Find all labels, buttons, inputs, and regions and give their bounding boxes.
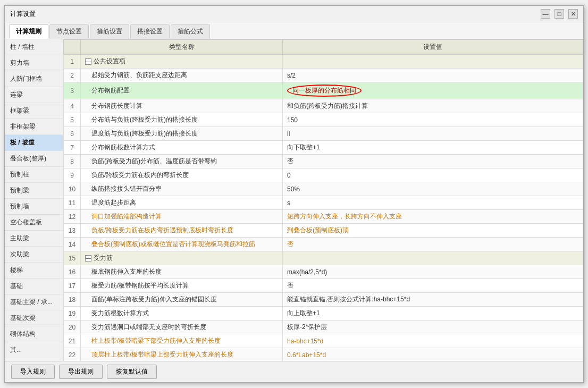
table-row[interactable]: 12洞口加强筋端部构造计算短跨方向伸入支座，长跨方向不伸入支座 bbox=[64, 210, 583, 224]
row-value: 短跨方向伸入支座，长跨方向不伸入支座 bbox=[283, 210, 583, 224]
row-value: ha-bhc+15*d bbox=[283, 334, 583, 348]
sidebar-item-blast-wall[interactable]: 人防门框墙 bbox=[5, 71, 63, 87]
row-name: 温度筋起步距离 bbox=[81, 196, 283, 210]
row-value: 否 bbox=[283, 279, 583, 293]
row-name: —受力筋 bbox=[81, 251, 283, 265]
maximize-button[interactable]: □ bbox=[555, 9, 564, 19]
sidebar-item-main-rib[interactable]: 主助梁 bbox=[5, 231, 63, 247]
row-number: 8 bbox=[64, 155, 81, 168]
table-row[interactable]: 15—受力筋 bbox=[64, 251, 583, 265]
row-value: 到叠合板(预制底板)顶 bbox=[283, 224, 583, 238]
sidebar-item-precast-wall[interactable]: 预制墙 bbox=[5, 199, 63, 215]
bottom-bar: 导入规则 导出规则 恢复默认值 bbox=[5, 361, 583, 382]
sidebar-item-composite-slab[interactable]: 叠合板(整厚) bbox=[5, 151, 63, 167]
table-row[interactable]: 10纵筋搭接接头错开百分率50% bbox=[64, 182, 583, 196]
row-name: 分布钢筋长度计算 bbox=[81, 99, 283, 113]
tab-bar: 计算规则 节点设置 箍筋设置 搭接设置 箍筋公式 bbox=[5, 22, 583, 39]
sidebar-item-foundation[interactable]: 基础 bbox=[5, 279, 63, 294]
sidebar-item-stair[interactable]: 楼梯 bbox=[5, 263, 63, 279]
row-value: 向下取整+1 bbox=[283, 141, 583, 155]
table-row[interactable]: 9负筋/跨板受力筋在板内的弯折长度0 bbox=[64, 168, 583, 182]
row-number: 14 bbox=[64, 238, 81, 251]
settings-table: 类型名称 设置值 1—公共设置项2起始受力钢筋、负筋距支座边距离s/23分布钢筋… bbox=[63, 39, 583, 361]
row-value bbox=[283, 55, 583, 69]
tab-node-settings[interactable]: 节点设置 bbox=[49, 24, 89, 39]
row-name: 负筋/跨板受力筋在板内的弯折长度 bbox=[81, 168, 283, 182]
row-number: 5 bbox=[64, 113, 81, 127]
sidebar-item-frame-beam[interactable]: 框架梁 bbox=[5, 103, 63, 119]
sidebar-item-hollow-slab[interactable]: 空心楼盖板 bbox=[5, 215, 63, 231]
row-value: 否 bbox=[283, 238, 583, 251]
row-value: 和负筋(跨板受力筋)搭接计算 bbox=[283, 99, 583, 113]
sidebar-item-foundation-sec[interactable]: 基础次梁 bbox=[5, 310, 63, 326]
table-row[interactable]: 21柱上板带/板带暗梁下部受力筋伸入支座的长度ha-bhc+15*d bbox=[64, 334, 583, 348]
restore-defaults-button[interactable]: 恢复默认值 bbox=[107, 365, 157, 379]
sidebar-item-sec-rib[interactable]: 次助梁 bbox=[5, 247, 63, 263]
sidebar-item-coupling-beam[interactable]: 连梁 bbox=[5, 87, 63, 103]
main-content: 柱 / 墙柱 剪力墙 人防门框墙 连梁 框架梁 非框架梁 板 / 坡道 叠合板(… bbox=[5, 39, 583, 361]
table-row[interactable]: 8负筋(跨板受力筋)分布筋、温度筋是否带弯钩否 bbox=[64, 155, 583, 168]
tab-stirrup-formula[interactable]: 箍筋公式 bbox=[171, 24, 210, 39]
row-name: 叠合板(预制底板)或板缝位置是否计算现浇板马凳筋和拉筋 bbox=[81, 238, 283, 251]
table-row[interactable]: 14叠合板(预制底板)或板缝位置是否计算现浇板马凳筋和拉筋否 bbox=[64, 238, 583, 251]
import-rules-button[interactable]: 导入规则 bbox=[11, 365, 55, 379]
table-row[interactable]: 2起始受力钢筋、负筋距支座边距离s/2 bbox=[64, 69, 583, 82]
tab-lap-settings[interactable]: 搭接设置 bbox=[130, 24, 170, 39]
window-title: 计算设置 bbox=[10, 10, 36, 19]
sidebar-item-precast-col[interactable]: 预制柱 bbox=[5, 167, 63, 183]
table-row[interactable]: 18面筋(单标注跨板受力筋)伸入支座的锚固长度能直锚就直锚,否则按公式计算:ha… bbox=[64, 293, 583, 307]
table-row[interactable]: 3分布钢筋配置同一板厚的分布筋相同 bbox=[64, 82, 583, 99]
collapse-icon[interactable]: — bbox=[85, 255, 91, 262]
tab-stirrup-settings[interactable]: 箍筋设置 bbox=[90, 24, 129, 39]
row-number: 15 bbox=[64, 251, 81, 265]
sidebar-item-column[interactable]: 柱 / 墙柱 bbox=[5, 39, 63, 55]
export-rules-button[interactable]: 导出规则 bbox=[59, 365, 103, 379]
table-row[interactable]: 17板受力筋/板带钢筋按平均长度计算否 bbox=[64, 279, 583, 293]
minimize-button[interactable]: — bbox=[541, 9, 550, 19]
col-value-header: 设置值 bbox=[283, 40, 583, 55]
sidebar-item-masonry[interactable]: 砌体结构 bbox=[5, 326, 63, 342]
table-row[interactable]: 22顶层柱上板带/板带暗梁上部受力筋伸入支座的长度0.6*Lab+15*d bbox=[64, 348, 583, 361]
table-row[interactable]: 11温度筋起步距离s bbox=[64, 196, 583, 210]
row-name: 面筋(单标注跨板受力筋)伸入支座的锚固长度 bbox=[81, 293, 283, 307]
sidebar-item-other[interactable]: 其... bbox=[5, 342, 63, 358]
row-number: 16 bbox=[64, 265, 81, 279]
row-number: 18 bbox=[64, 293, 81, 307]
row-value: 0.6*Lab+15*d bbox=[283, 348, 583, 361]
window-controls: — □ ✕ bbox=[541, 9, 578, 19]
row-number: 2 bbox=[64, 69, 81, 82]
row-name: 起始受力钢筋、负筋距支座边距离 bbox=[81, 69, 283, 82]
table-row[interactable]: 19受力筋根数计算方式向上取整+1 bbox=[64, 307, 583, 320]
table-container[interactable]: 类型名称 设置值 1—公共设置项2起始受力钢筋、负筋距支座边距离s/23分布钢筋… bbox=[63, 39, 583, 361]
table-row[interactable]: 6温度筋与负筋(跨板受力筋)的搭接长度ll bbox=[64, 127, 583, 141]
close-button[interactable]: ✕ bbox=[568, 9, 578, 19]
sidebar-item-precast-beam[interactable]: 预制梁 bbox=[5, 183, 63, 199]
collapse-icon[interactable]: — bbox=[85, 58, 91, 65]
table-row[interactable]: 13负板/跨板受力筋在板内弯折遇预制底板时弯折长度到叠合板(预制底板)顶 bbox=[64, 224, 583, 238]
row-number: 20 bbox=[64, 320, 81, 334]
sidebar-item-shear-wall[interactable]: 剪力墙 bbox=[5, 55, 63, 71]
table-row[interactable]: 20受力筋遇洞口或端部无支座时的弯折长度板厚-2*保护层 bbox=[64, 320, 583, 334]
row-value: 板厚-2*保护层 bbox=[283, 320, 583, 334]
row-name: 顶层柱上板带/板带暗梁上部受力筋伸入支座的长度 bbox=[81, 348, 283, 361]
col-name-header: 类型名称 bbox=[81, 40, 283, 55]
table-row[interactable]: 4分布钢筋长度计算和负筋(跨板受力筋)搭接计算 bbox=[64, 99, 583, 113]
row-name: 柱上板带/板带暗梁下部受力筋伸入支座的长度 bbox=[81, 334, 283, 348]
sidebar-item-non-frame-beam[interactable]: 非框架梁 bbox=[5, 119, 63, 135]
row-number: 12 bbox=[64, 210, 81, 224]
row-name: 板底钢筋伸入支座的长度 bbox=[81, 265, 283, 279]
row-number: 7 bbox=[64, 141, 81, 155]
sidebar-item-foundation-main[interactable]: 基础主梁 / 承... bbox=[5, 294, 63, 310]
row-value: 能直锚就直锚,否则按公式计算:ha-bhc+15*d bbox=[283, 293, 583, 307]
row-name: 洞口加强筋端部构造计算 bbox=[81, 210, 283, 224]
table-row[interactable]: 7分布钢筋根数计算方式向下取整+1 bbox=[64, 141, 583, 155]
table-row[interactable]: 5分布筋与负筋(跨板受力筋)的搭接长度150 bbox=[64, 113, 583, 127]
row-name: 温度筋与负筋(跨板受力筋)的搭接长度 bbox=[81, 127, 283, 141]
main-window: 计算设置 — □ ✕ 计算规则 节点设置 箍筋设置 搭接设置 箍筋公式 柱 / … bbox=[4, 5, 584, 383]
tab-calc-rules[interactable]: 计算规则 bbox=[9, 24, 48, 39]
sidebar-item-slab[interactable]: 板 / 坡道 bbox=[5, 135, 63, 151]
table-row[interactable]: 16板底钢筋伸入支座的长度max(ha/2,5*d) bbox=[64, 265, 583, 279]
row-value: 0 bbox=[283, 168, 583, 182]
title-bar: 计算设置 — □ ✕ bbox=[5, 6, 583, 22]
table-row[interactable]: 1—公共设置项 bbox=[64, 55, 583, 69]
